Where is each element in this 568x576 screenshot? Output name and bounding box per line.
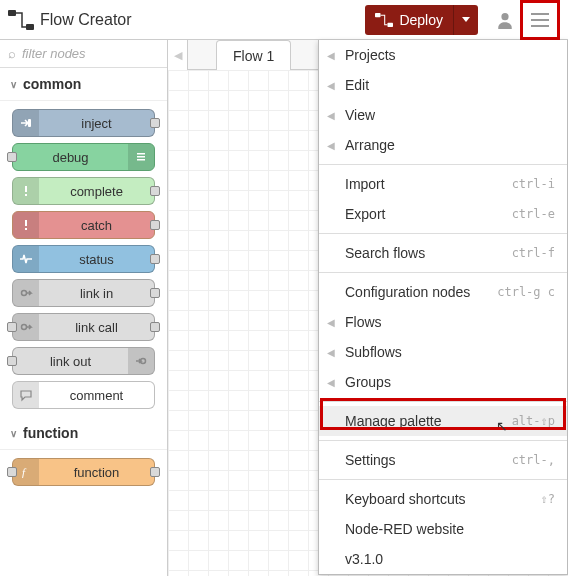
svg-rect-11: [137, 159, 145, 161]
menu-item-label: Groups: [345, 374, 391, 390]
app-title: Flow Creator: [40, 11, 132, 29]
tab-scroll-left[interactable]: ◀: [168, 40, 188, 70]
menu-item-v3-1-0[interactable]: v3.1.0: [319, 544, 567, 574]
svg-rect-13: [25, 194, 27, 196]
node-port-in: [7, 356, 17, 366]
bang-icon: [13, 178, 39, 204]
svg-rect-8: [28, 119, 31, 127]
node-label: function: [39, 465, 154, 480]
menu-item-arrange[interactable]: ◀Arrange: [319, 130, 567, 160]
menu-item-search-flows[interactable]: Search flowsctrl-f: [319, 238, 567, 268]
node-label: link out: [13, 354, 128, 369]
deploy-icon: [375, 13, 393, 27]
svg-rect-14: [25, 220, 27, 226]
hamburger-icon: [531, 13, 549, 27]
palette-node-link-in[interactable]: link in: [12, 279, 155, 307]
user-button[interactable]: [490, 5, 520, 35]
node-label: complete: [39, 184, 154, 199]
menu-item-export[interactable]: Exportctrl-e: [319, 199, 567, 229]
bars-icon: [128, 144, 154, 170]
menu-item-label: Manage palette: [345, 413, 442, 429]
node-port-in: [7, 467, 17, 477]
svg-rect-3: [388, 22, 394, 26]
main-menu-button[interactable]: [525, 5, 555, 35]
link-in-icon: [13, 280, 39, 306]
palette-node-catch[interactable]: catch: [12, 211, 155, 239]
chevron-down-icon: ∨: [10, 428, 17, 439]
bang-icon: [13, 212, 39, 238]
deploy-dropdown-caret[interactable]: [454, 5, 478, 35]
svg-rect-7: [531, 25, 549, 27]
submenu-caret-icon: ◀: [327, 317, 335, 328]
search-icon: ⌕: [8, 46, 16, 61]
palette-category-common[interactable]: ∨common: [0, 68, 167, 101]
category-label: function: [23, 425, 78, 441]
submenu-caret-icon: ◀: [327, 377, 335, 388]
palette-node-complete[interactable]: complete: [12, 177, 155, 205]
pulse-icon: [13, 246, 39, 272]
menu-item-import[interactable]: Importctrl-i: [319, 169, 567, 199]
menu-item-subflows[interactable]: ◀Subflows: [319, 337, 567, 367]
user-icon: [496, 11, 514, 29]
node-label: status: [39, 252, 154, 267]
menu-item-label: Keyboard shortcuts: [345, 491, 466, 507]
menu-item-view[interactable]: ◀View: [319, 100, 567, 130]
node-port-out: [150, 322, 160, 332]
palette-node-link-out[interactable]: link out: [12, 347, 155, 375]
menu-item-label: Flows: [345, 314, 382, 330]
deploy-label: Deploy: [399, 12, 443, 28]
svg-rect-6: [531, 19, 549, 21]
svg-rect-15: [25, 228, 27, 230]
svg-point-4: [501, 13, 508, 20]
menu-item-shortcut: ctrl-,: [512, 453, 555, 467]
palette-category-function[interactable]: ∨function: [0, 417, 167, 450]
menu-item-label: Subflows: [345, 344, 402, 360]
comment-icon: [13, 382, 39, 408]
node-label: comment: [39, 388, 154, 403]
menu-item-groups[interactable]: ◀Groups: [319, 367, 567, 397]
menu-separator: [319, 233, 567, 234]
node-label: inject: [39, 116, 154, 131]
menu-separator: [319, 164, 567, 165]
flow-tab[interactable]: Flow 1: [216, 40, 291, 70]
palette-node-debug[interactable]: debug: [12, 143, 155, 171]
menu-item-label: Settings: [345, 452, 396, 468]
menu-item-label: Search flows: [345, 245, 425, 261]
menu-item-label: Node-RED website: [345, 521, 464, 537]
node-label: link call: [39, 320, 154, 335]
menu-item-shortcut: ctrl-i: [512, 177, 555, 191]
svg-text:f: f: [22, 466, 27, 478]
palette-node-comment[interactable]: comment: [12, 381, 155, 409]
app-header: Flow Creator Deploy: [0, 0, 568, 40]
palette-sidebar: ⌕ ∨commoninjectdebugcompletecatchstatusl…: [0, 40, 168, 576]
svg-rect-10: [137, 156, 145, 158]
deploy-button[interactable]: Deploy: [365, 5, 478, 35]
palette-node-function[interactable]: ffunction: [12, 458, 155, 486]
menu-separator: [319, 401, 567, 402]
node-label: link in: [39, 286, 154, 301]
submenu-caret-icon: ◀: [327, 50, 335, 61]
menu-item-projects[interactable]: ◀Projects: [319, 40, 567, 70]
svg-point-16: [22, 291, 27, 296]
menu-item-settings[interactable]: Settingsctrl-,: [319, 445, 567, 475]
menu-item-keyboard-shortcuts[interactable]: Keyboard shortcuts⇧?: [319, 484, 567, 514]
menu-item-node-red-website[interactable]: Node-RED website: [319, 514, 567, 544]
menu-item-shortcut: alt-⇧p: [512, 414, 555, 428]
palette-node-inject[interactable]: inject: [12, 109, 155, 137]
menu-item-label: Arrange: [345, 137, 395, 153]
node-label: debug: [13, 150, 128, 165]
svg-rect-2: [375, 13, 381, 17]
menu-item-configuration-nodes[interactable]: Configuration nodesctrl-g c: [319, 277, 567, 307]
svg-point-17: [22, 325, 27, 330]
menu-item-flows[interactable]: ◀Flows: [319, 307, 567, 337]
node-port-in: [7, 152, 17, 162]
menu-item-edit[interactable]: ◀Edit: [319, 70, 567, 100]
highlight-hamburger: [520, 0, 560, 40]
svg-rect-12: [25, 186, 27, 192]
menu-item-manage-palette[interactable]: Manage palettealt-⇧p: [319, 406, 567, 436]
menu-separator: [319, 479, 567, 480]
node-port-in: [7, 322, 17, 332]
palette-node-link-call[interactable]: link call: [12, 313, 155, 341]
filter-nodes-input[interactable]: [22, 46, 159, 61]
palette-node-status[interactable]: status: [12, 245, 155, 273]
